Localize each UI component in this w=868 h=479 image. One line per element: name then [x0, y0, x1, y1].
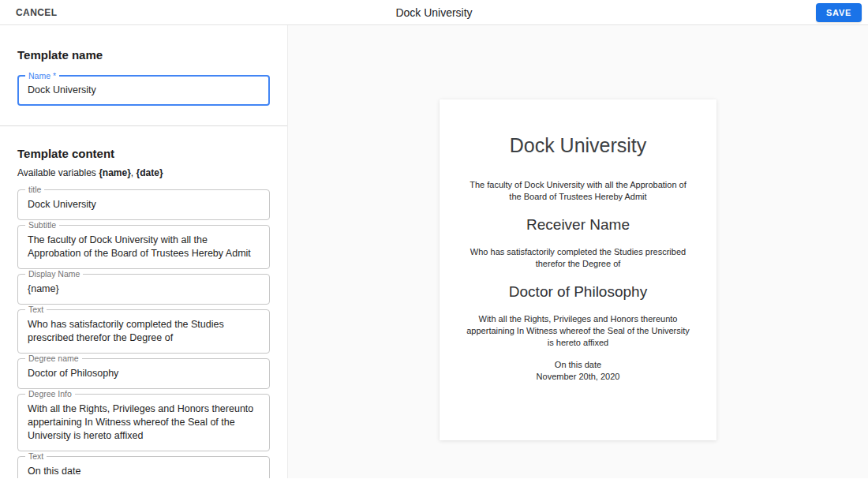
- degree-name-field-value[interactable]: Doctor of Philosophy: [28, 367, 260, 380]
- top-bar: CANCEL Dock University SAVE: [0, 0, 868, 25]
- certificate-completion-text: Who has satisfactorily completed the Stu…: [465, 246, 691, 270]
- hint-text: Available variables: [17, 167, 99, 178]
- degree-name-field-label: Degree name: [25, 354, 82, 363]
- degree-info-field-value[interactable]: With all the Rights, Privileges and Hono…: [28, 402, 260, 443]
- name-field-label: Name *: [25, 72, 59, 80]
- certificate-date-label: On this date: [465, 359, 691, 371]
- certificate-receiver-name: Receiver Name: [465, 216, 691, 234]
- text-field-1[interactable]: Text Who has satisfactorily completed th…: [17, 309, 270, 354]
- template-content-heading: Template content: [17, 147, 270, 160]
- available-variables-hint: Available variables {name}, {date}: [17, 167, 270, 178]
- certificate-date-value: November 20th, 2020: [465, 371, 691, 383]
- degree-info-field-label: Degree Info: [25, 390, 75, 399]
- certificate-title: Dock University: [465, 134, 691, 157]
- content-fields: title Dock University Subtitle The facul…: [17, 189, 270, 478]
- title-field-value[interactable]: Dock University: [28, 198, 260, 211]
- name-field[interactable]: Name * Dock University: [17, 75, 270, 106]
- subtitle-field-value[interactable]: The faculty of Dock University with all …: [28, 234, 260, 260]
- degree-info-field[interactable]: Degree Info With all the Rights, Privile…: [17, 394, 270, 451]
- text-field-1-label: Text: [25, 305, 47, 314]
- certificate-degree-name: Doctor of Philosophy: [465, 283, 691, 301]
- variable-date-token: {date}: [137, 167, 163, 178]
- subtitle-field[interactable]: Subtitle The faculty of Dock University …: [17, 225, 270, 269]
- variable-name-token: {name}: [99, 167, 131, 178]
- display-name-field[interactable]: Display Name {name}: [17, 274, 270, 305]
- hint-separator: ,: [131, 167, 137, 178]
- save-button[interactable]: SAVE: [816, 3, 862, 22]
- certificate-subtitle: The faculty of Dock University with all …: [465, 179, 691, 203]
- certificate-preview-card: Dock University The faculty of Dock Univ…: [440, 99, 716, 440]
- degree-name-field[interactable]: Degree name Doctor of Philosophy: [17, 358, 270, 389]
- certificate-degree-info: With all the Rights, Privileges and Hono…: [465, 313, 691, 349]
- display-name-field-label: Display Name: [25, 270, 83, 279]
- subtitle-field-label: Subtitle: [25, 221, 59, 230]
- name-field-value[interactable]: Dock University: [28, 84, 260, 97]
- preview-panel: Dock University The faculty of Dock Univ…: [288, 25, 868, 478]
- display-name-field-value[interactable]: {name}: [28, 283, 260, 296]
- text-field-2[interactable]: Text On this date: [17, 456, 270, 478]
- text-field-1-value[interactable]: Who has satisfactorily completed the Stu…: [28, 318, 260, 345]
- title-field[interactable]: title Dock University: [17, 189, 270, 220]
- cancel-button[interactable]: CANCEL: [11, 0, 62, 25]
- template-editor-panel: Template name Name * Dock University Tem…: [0, 25, 288, 478]
- main-content: Template name Name * Dock University Tem…: [0, 25, 868, 478]
- template-name-heading: Template name: [17, 48, 270, 62]
- section-divider: [0, 125, 287, 126]
- page-title: Dock University: [395, 6, 472, 19]
- text-field-2-value[interactable]: On this date: [28, 465, 260, 478]
- text-field-2-label: Text: [25, 452, 47, 461]
- title-field-label: title: [25, 185, 44, 194]
